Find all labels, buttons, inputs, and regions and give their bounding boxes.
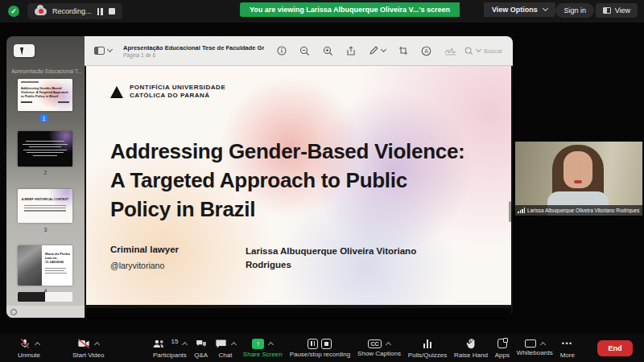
slide-title: Addressing Gender-Based Violence: A Targ…	[110, 137, 497, 224]
slide-thumbnail-2[interactable]	[18, 131, 72, 167]
screen-share-banner: You are viewing Larissa Albuquerque Oliv…	[240, 2, 460, 17]
svg-text:A: A	[424, 48, 428, 54]
chevron-up-icon[interactable]	[386, 342, 391, 348]
page-number-3[interactable]: 3	[6, 227, 85, 232]
stop-recording-icon[interactable]	[109, 8, 115, 14]
chevron-up-icon[interactable]	[94, 342, 100, 348]
signature-icon[interactable]	[444, 47, 456, 56]
markup-pen-button[interactable]	[369, 46, 386, 56]
camera-off-icon	[77, 338, 90, 350]
more-icon: •••	[562, 338, 573, 350]
participant-name: Larissa Albuquerque Oliveira Vitoriano R…	[527, 208, 640, 213]
chat-icon	[215, 338, 227, 350]
captions-icon: CC	[368, 339, 382, 348]
slide-thumbnail-1[interactable]: Addressing Gender-Based Violence: A Targ…	[18, 79, 72, 111]
next-page-edge	[86, 308, 511, 318]
meeting-control-bar: Unmute Start Video 15	[0, 334, 644, 362]
chevron-down-icon	[107, 47, 113, 52]
microphone-muted-icon	[19, 338, 31, 350]
stop-recording-icon[interactable]	[321, 339, 332, 349]
chevron-down-icon	[543, 6, 548, 11]
share-screen-icon: ↑	[252, 339, 264, 349]
slide-thumbnail-4[interactable]: Maria da Penha Law no. 11.340/2006	[18, 245, 72, 286]
whiteboard-icon	[525, 339, 536, 348]
participants-icon	[152, 338, 166, 350]
lips	[574, 180, 582, 183]
sidebar-toggle-button[interactable]	[94, 47, 112, 55]
pdf-toolbar: Apresentação Educacional Tese de Faculda…	[85, 36, 513, 66]
scrollbar-thumb[interactable]	[509, 201, 511, 222]
thumb-portrait-photo	[18, 245, 42, 286]
sidebar-footer: ·	[6, 306, 85, 318]
raise-hand-button[interactable]: Raise Hand	[454, 334, 488, 362]
university-logo: PONTIFÍCIA UNIVERSIDADE CATÓLICA DO PARA…	[110, 84, 225, 100]
thumbnail-sidebar: Apresentação Educacional T... Addressing…	[6, 36, 85, 318]
sidebar-footer-circle-icon[interactable]: ·	[10, 309, 17, 315]
cursor-icon	[20, 46, 28, 56]
sign-in-button[interactable]: Sign in	[555, 3, 594, 18]
thumb-logo-mark	[21, 81, 39, 83]
zoom-meeting-window: ✓ Recording... You are viewing Larissa A…	[0, 0, 644, 362]
qa-button[interactable]: Q&A	[194, 334, 208, 362]
chevron-up-icon[interactable]	[182, 342, 188, 348]
document-title: Apresentação Educacional Tese de Faculda…	[123, 44, 264, 51]
end-meeting-button[interactable]: End	[597, 340, 633, 356]
slide-thumbnail-3[interactable]: A BRIEF HISTORICAL CONTEXT	[18, 189, 72, 223]
slide-page-1: PONTIFÍCIA UNIVERSIDADE CATÓLICA DO PARA…	[86, 66, 511, 305]
share-screen-button[interactable]: ↑ Share Screen	[243, 334, 283, 362]
chevron-up-icon[interactable]	[540, 342, 546, 348]
info-icon[interactable]	[277, 46, 287, 56]
slide-footer: Criminal lawyer @laryvitoriano Larissa A…	[110, 245, 489, 272]
chevron-up-icon[interactable]	[268, 342, 274, 348]
pause-recording-icon[interactable]	[308, 339, 318, 349]
start-video-button[interactable]: Start Video	[72, 334, 104, 362]
crop-icon[interactable]	[398, 46, 408, 56]
polls-icon	[423, 339, 432, 348]
participants-count: 15	[171, 338, 178, 345]
secure-connection-icon: ✓	[8, 6, 19, 17]
chevron-down-icon	[381, 47, 386, 52]
show-captions-button[interactable]: CC Show Captions	[357, 334, 401, 362]
layout-view-icon	[603, 7, 611, 14]
sidebar-toggle-icon	[94, 47, 105, 55]
view-options-button[interactable]: View Options	[484, 2, 555, 17]
chat-button[interactable]: Chat	[215, 334, 236, 362]
page-badge-selected[interactable]: 1	[40, 114, 47, 122]
qa-icon	[195, 338, 208, 350]
slide-thumbnail-5-partial[interactable]	[18, 292, 72, 302]
remote-cursor-button[interactable]	[14, 44, 35, 57]
search-icon	[464, 47, 473, 56]
view-button[interactable]: View	[596, 3, 638, 18]
more-button[interactable]: ••• More	[560, 334, 575, 362]
participant-video-tile[interactable]: Larissa Albuquerque Oliveira Vitoriano R…	[515, 142, 642, 216]
text-annotation-icon[interactable]: A	[421, 46, 431, 56]
polls-quizzes-button[interactable]: Polls/Quizzes	[408, 334, 447, 362]
apps-button[interactable]: Apps	[495, 334, 510, 362]
glasses	[565, 164, 588, 171]
zoom-out-icon[interactable]	[299, 46, 310, 56]
pause-stop-recording-button[interactable]: Pause/stop recording	[290, 334, 351, 362]
page-indicator: Página 1 de 6	[123, 52, 264, 58]
apps-icon	[497, 339, 507, 348]
raise-hand-icon	[466, 338, 477, 350]
zoom-in-icon[interactable]	[323, 46, 333, 56]
cloud-recording-icon	[35, 8, 47, 15]
presenter-handle: @laryvitoriano	[110, 261, 246, 270]
document-title-block: Apresentação Educacional Tese de Faculda…	[123, 44, 264, 58]
participants-button[interactable]: 15 Participants	[152, 334, 187, 362]
presenter-role: Criminal lawyer	[110, 245, 246, 254]
page-number-2[interactable]: 2	[6, 170, 85, 175]
chevron-up-icon[interactable]	[231, 342, 237, 348]
unmute-button[interactable]: Unmute	[18, 334, 40, 362]
signal-strength-icon	[518, 208, 525, 213]
shared-pdf-window: Apresentação Educacional T... Addressing…	[6, 36, 513, 318]
participant-name-tag: Larissa Albuquerque Oliveira Vitoriano R…	[515, 205, 642, 216]
presenter-name: Larissa Albuquerque Oliveira Vitoriano R…	[246, 245, 451, 272]
share-icon[interactable]	[346, 46, 356, 56]
whiteboards-button[interactable]: Whiteboards	[517, 334, 553, 362]
recording-indicator: Recording...	[27, 3, 122, 19]
search-placeholder: Buscar	[484, 47, 502, 55]
pause-recording-icon[interactable]	[97, 8, 103, 15]
search-field[interactable]: Buscar	[464, 47, 502, 56]
chevron-up-icon[interactable]	[34, 342, 39, 348]
